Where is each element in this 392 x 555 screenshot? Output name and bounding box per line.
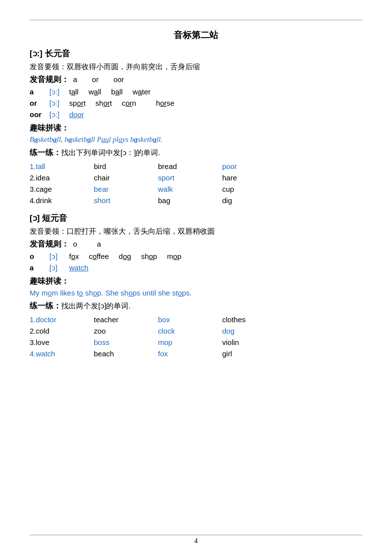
page-number: 4 <box>195 537 198 545</box>
section2-rule-label: 发音规则： o a <box>30 239 362 250</box>
section1-rule-a: a [ɔ:] tall wall ball water <box>30 87 362 96</box>
section2-header: [ɔ] 短元音 <box>30 213 362 224</box>
section1-fun-text: Basketball, basketball Paul plays basket… <box>30 135 362 144</box>
section2-rule-o: o [ɔ] fox coffee dog shop mop <box>30 252 362 261</box>
page-title: 音标第二站 <box>30 29 362 41</box>
section1-exercise-grid: 1.tall bird bread poor 2.idea chair spor… <box>30 162 362 205</box>
section1-header: [ɔ:] 长元音 <box>30 48 362 59</box>
section2-rule-a: a [ɔ] watch <box>30 263 362 272</box>
section2-fun-label: 趣味拼读： <box>30 276 362 287</box>
section2-exercise-grid: 1.doctor teacher box clothes 2.cold zoo … <box>30 315 362 358</box>
section2-fun-text: My mom likes to shop. She shops until sh… <box>30 289 362 297</box>
top-border <box>30 20 362 20</box>
section1-fun-label: 趣味拼读： <box>30 123 362 133</box>
page: 音标第二站 [ɔ:] 长元音 发音要领：双唇收得小而圆，并向前突出，舌身后缩 发… <box>0 0 392 555</box>
section1-exercise-label: 练一练：找出下列单词中发[ɔ：]的单词. <box>30 148 362 158</box>
section1-rule-label: 发音规则： a or oor <box>30 75 362 85</box>
bottom-border <box>30 535 362 535</box>
section2-desc: 发音要领：口腔打开，嘴张大，舌头向后缩，双唇稍收圆 <box>30 227 362 236</box>
section1-rule-oor: oor [ɔ:] door <box>30 110 362 119</box>
section1-rule-or: or [ɔ:] sport short corn horse <box>30 99 362 108</box>
section1-desc: 发音要领：双唇收得小而圆，并向前突出，舌身后缩 <box>30 62 362 72</box>
section2-exercise-label: 练一练：找出两个发[ɔ]的单词. <box>30 301 362 311</box>
